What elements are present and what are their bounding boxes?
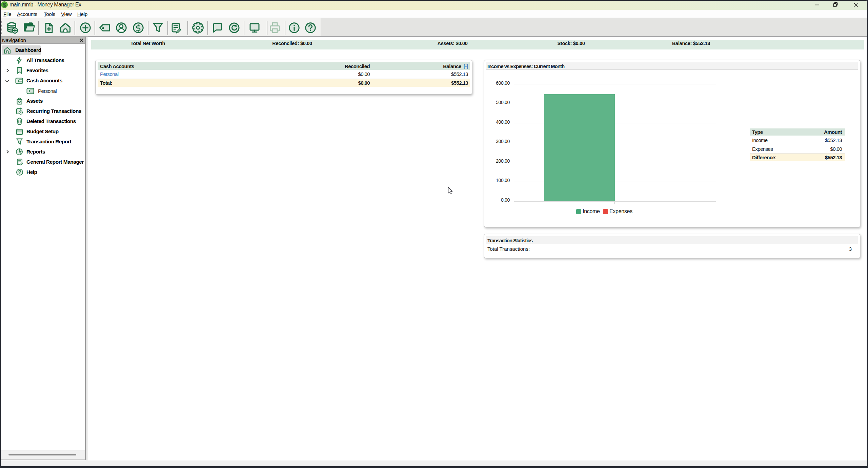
svg-text:$: $ xyxy=(3,2,6,8)
